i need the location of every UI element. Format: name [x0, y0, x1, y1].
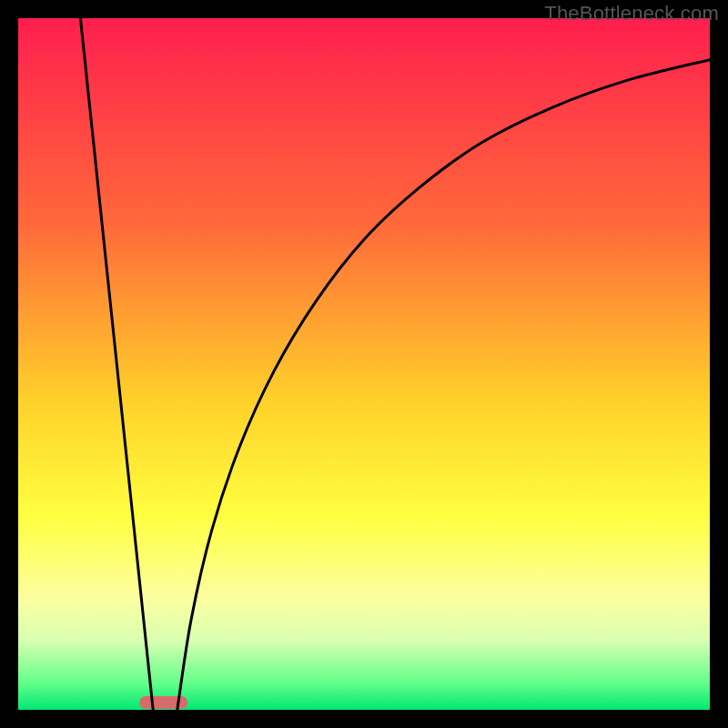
watermark-text: TheBottleneck.com	[544, 2, 719, 25]
gradient-background	[18, 18, 710, 710]
optimal-zone-marker	[139, 696, 187, 709]
plot-frame	[18, 18, 710, 710]
bottleneck-chart	[18, 18, 710, 710]
